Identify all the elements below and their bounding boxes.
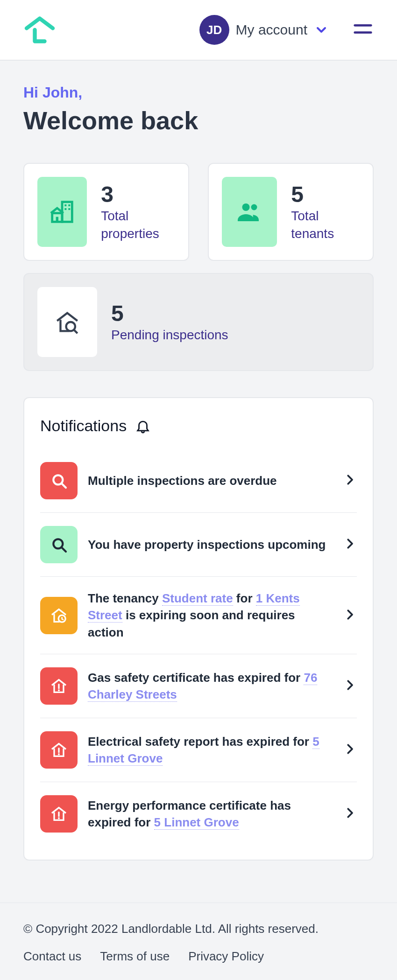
footer: © Copyright 2022 Landlordable Ltd. All r… [0,903,397,980]
svg-rect-8 [56,217,58,222]
footer-link[interactable]: Contact us [23,949,81,964]
svg-rect-5 [64,208,66,210]
svg-point-10 [251,204,257,210]
logo [23,14,56,46]
copyright-text: © Copyright 2022 Landlordable Ltd. All r… [23,922,374,936]
house-clock-icon [40,597,78,634]
stat-value: 5 [291,182,360,207]
welcome-title: Welcome back [23,106,374,135]
main: Hi John, Welcome back 3 Total properties [0,61,397,884]
menu-button[interactable] [352,18,374,42]
notifications-title: Notifications [40,417,127,435]
footer-link[interactable]: Terms of use [100,949,170,964]
stat-card-tenants[interactable]: 5 Total tenants [208,163,374,261]
house-alert-icon [40,795,78,833]
greeting-text: Hi John, [23,84,374,101]
stat-label: Total properties [101,207,175,243]
svg-point-11 [66,322,75,331]
house-alert-icon [40,731,78,769]
tenants-icon [222,177,277,247]
chevron-right-icon [343,742,357,758]
notification-item[interactable]: You have property inspections upcoming [40,513,357,577]
svg-rect-4 [68,204,70,206]
notification-text: The tenancy Student rate for 1 Kents Str… [88,590,333,641]
stat-value: 3 [101,182,175,207]
header: JD My account [0,0,397,61]
svg-rect-3 [64,204,66,206]
chevron-right-icon [343,806,357,822]
chevron-down-icon [314,22,329,37]
account-menu[interactable]: JD My account [199,15,329,45]
chevron-right-icon [343,608,357,623]
notification-link[interactable]: 76 Charley Streets [88,671,317,702]
svg-rect-2 [62,202,72,222]
search-icon [40,462,78,499]
search-icon [40,526,78,563]
notification-text: Energy performance certificate has expir… [88,797,333,831]
svg-rect-6 [68,208,70,210]
notification-link[interactable]: 5 Linnet Grove [154,815,239,830]
pending-icon [37,287,97,357]
footer-link[interactable]: Privacy Policy [188,949,264,964]
notifications-list: Multiple inspections are overdueYou have… [40,449,357,846]
stat-label: Pending inspections [111,326,228,344]
chevron-right-icon [343,473,357,489]
notification-link[interactable]: Student rate [162,591,233,606]
svg-line-12 [74,330,78,333]
bell-icon [135,418,151,434]
notification-item[interactable]: Electrical safety report has expired for… [40,718,357,782]
notification-item[interactable]: Gas safety certificate has expired for 7… [40,654,357,718]
chevron-right-icon [343,678,357,694]
notification-text: Electrical safety report has expired for… [88,733,333,767]
avatar: JD [199,15,229,45]
notification-link[interactable]: 5 Linnet Grove [88,735,319,766]
stat-card-properties[interactable]: 3 Total properties [23,163,189,261]
stat-value: 5 [111,301,228,326]
properties-icon [37,177,87,247]
stat-card-pending[interactable]: 5 Pending inspections [23,273,374,371]
menu-icon [352,18,374,40]
notification-text: Gas safety certificate has expired for 7… [88,669,333,703]
footer-links: Contact usTerms of usePrivacy Policy [23,949,374,964]
notification-item[interactable]: The tenancy Student rate for 1 Kents Str… [40,577,357,654]
house-alert-icon [40,667,78,705]
notifications-panel: Notifications Multiple inspections are o… [23,397,374,861]
account-label: My account [236,22,307,38]
notification-text: You have property inspections upcoming [88,536,333,553]
stat-label: Total tenants [291,207,360,243]
notification-item[interactable]: Energy performance certificate has expir… [40,782,357,846]
svg-point-9 [242,203,250,211]
chevron-right-icon [343,537,357,553]
notification-item[interactable]: Multiple inspections are overdue [40,449,357,513]
notification-text: Multiple inspections are overdue [88,472,333,489]
